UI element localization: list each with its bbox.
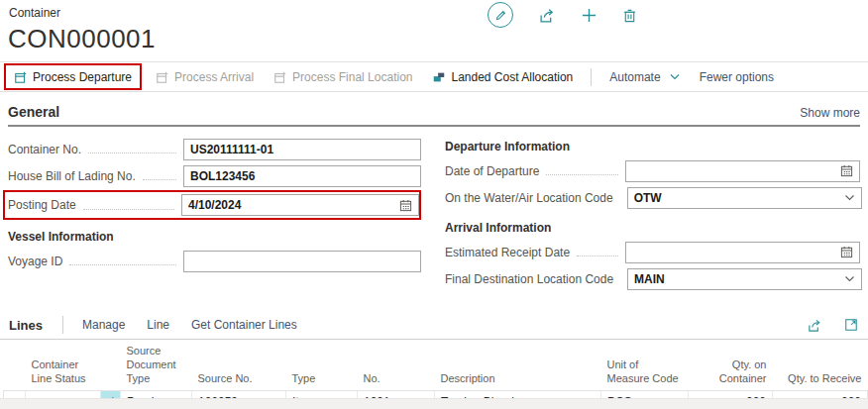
calendar-icon[interactable] bbox=[399, 199, 412, 212]
layers-icon bbox=[432, 70, 446, 84]
focus-mode-button[interactable] bbox=[844, 318, 858, 333]
share-icon bbox=[808, 318, 822, 333]
general-section-rule bbox=[8, 125, 860, 127]
automate-menu[interactable]: Automate bbox=[599, 62, 689, 91]
show-more-link[interactable]: Show more bbox=[800, 106, 860, 120]
col-row-indicator bbox=[4, 342, 26, 391]
share-button[interactable] bbox=[539, 7, 556, 24]
process-departure-icon bbox=[14, 70, 28, 84]
col-source-document-type[interactable]: Source Document Type bbox=[121, 342, 192, 391]
posting-date-field-row: Posting Date 4/10/2024 bbox=[8, 193, 419, 217]
trash-icon bbox=[622, 8, 637, 23]
edit-button[interactable] bbox=[488, 2, 513, 28]
final-destination-code-label: Final Destination Location Code bbox=[445, 272, 613, 286]
chevron-down-icon bbox=[670, 73, 680, 80]
chevron-down-icon[interactable] bbox=[844, 194, 855, 201]
lines-menu-get-container-lines[interactable]: Get Container Lines bbox=[180, 318, 308, 332]
breadcrumb[interactable]: Container bbox=[0, 0, 868, 20]
page-title: CON000001 bbox=[0, 20, 868, 54]
estimated-receipt-date-label: Estimated Receipt Date bbox=[445, 246, 570, 259]
dotted-leader bbox=[88, 153, 176, 153]
otw-location-code-field-row: On the Water/Air Location Code OTW bbox=[445, 184, 860, 211]
share-icon bbox=[539, 7, 556, 24]
otw-location-code-select[interactable]: OTW bbox=[627, 187, 862, 209]
arrival-information-title: Arrival Information bbox=[445, 219, 860, 236]
action-bar: Process Departure Process Arrival Proces… bbox=[0, 61, 868, 92]
highlight-box-process-departure: Process Departure bbox=[4, 63, 142, 90]
col-uom[interactable]: Unit of Measure Code bbox=[601, 342, 689, 391]
calendar-icon[interactable] bbox=[840, 164, 853, 177]
general-section: General Show more Container No. US201111… bbox=[0, 104, 868, 292]
otw-location-code-label: On the Water/Air Location Code bbox=[445, 191, 613, 205]
col-type[interactable]: Type bbox=[286, 342, 358, 391]
house-bol-label: House Bill of Lading No. bbox=[8, 169, 136, 183]
dotted-leader bbox=[577, 256, 618, 256]
pencil-icon bbox=[494, 9, 507, 22]
general-section-title[interactable]: General bbox=[8, 104, 59, 120]
landed-cost-allocation-button[interactable]: Landed Cost Allocation bbox=[422, 62, 583, 91]
voyage-id-input[interactable] bbox=[183, 251, 421, 272]
container-card-page: Container CON000001 Process Departure Pr… bbox=[0, 0, 868, 409]
open-in-window-icon bbox=[844, 318, 858, 332]
dotted-leader bbox=[83, 209, 174, 210]
col-no[interactable]: No. bbox=[358, 342, 435, 391]
final-destination-code-select[interactable]: MAIN bbox=[627, 268, 862, 290]
lines-menu-manage[interactable]: Manage bbox=[71, 318, 136, 332]
col-qty-to-receive[interactable]: Qty. to Receive bbox=[773, 342, 868, 391]
col-qty-on-container[interactable]: Qty. on Container bbox=[689, 342, 773, 391]
col-description[interactable]: Description bbox=[435, 342, 601, 391]
final-destination-code-field-row: Final Destination Location Code MAIN bbox=[445, 265, 860, 292]
lines-toolbar-icons bbox=[808, 318, 858, 333]
departure-information-title: Departure Information bbox=[445, 138, 860, 154]
lines-section-title[interactable]: Lines bbox=[9, 318, 43, 333]
process-final-location-icon bbox=[273, 70, 287, 84]
house-bol-field-row: House Bill of Lading No. BOL123456 bbox=[8, 162, 421, 189]
col-status[interactable]: Container Line Status bbox=[26, 342, 101, 391]
posting-date-label: Posting Date bbox=[8, 198, 76, 212]
dotted-leader bbox=[143, 179, 176, 180]
house-bol-input[interactable]: BOL123456 bbox=[183, 165, 421, 187]
calendar-icon[interactable] bbox=[840, 246, 853, 258]
container-no-field-row: Container No. US20111111-01 bbox=[8, 136, 421, 162]
delete-button[interactable] bbox=[622, 8, 637, 23]
posting-date-input[interactable]: 4/10/2024 bbox=[181, 194, 419, 216]
process-arrival-icon bbox=[156, 70, 169, 84]
page-bottom-strip bbox=[0, 398, 868, 409]
dotted-leader bbox=[546, 174, 618, 175]
general-right-column: Departure Information Date of Departure … bbox=[445, 136, 860, 292]
action-bar-separator bbox=[591, 68, 592, 86]
plus-icon bbox=[582, 8, 597, 23]
new-button[interactable] bbox=[582, 8, 597, 23]
container-no-input[interactable]: US20111111-01 bbox=[183, 139, 421, 160]
col-row-menu bbox=[101, 342, 121, 391]
date-of-departure-label: Date of Departure bbox=[445, 164, 539, 178]
voyage-id-label: Voyage ID bbox=[8, 255, 62, 268]
container-no-label: Container No. bbox=[8, 143, 81, 156]
process-final-location-button[interactable]: Process Final Location bbox=[264, 62, 422, 91]
share-button[interactable] bbox=[808, 318, 822, 333]
fewer-options-button[interactable]: Fewer options bbox=[690, 62, 784, 91]
process-arrival-button[interactable]: Process Arrival bbox=[146, 62, 264, 91]
lines-toolbar: Lines Manage Line Get Container Lines bbox=[0, 311, 868, 340]
lines-menu-line[interactable]: Line bbox=[136, 318, 180, 332]
table-header-row: Container Line Status Source Document Ty… bbox=[4, 342, 868, 391]
dotted-leader bbox=[69, 264, 176, 265]
estimated-receipt-date-input[interactable] bbox=[625, 242, 860, 263]
date-of-departure-field-row: Date of Departure bbox=[445, 157, 860, 184]
general-left-column: Container No. US20111111-01 House Bill o… bbox=[8, 136, 421, 292]
date-of-departure-input[interactable] bbox=[625, 160, 860, 182]
estimated-receipt-date-field-row: Estimated Receipt Date bbox=[445, 239, 860, 265]
col-source-no[interactable]: Source No. bbox=[192, 342, 286, 391]
chevron-down-icon[interactable] bbox=[844, 275, 855, 282]
process-departure-button[interactable]: Process Departure bbox=[6, 65, 140, 88]
lines-toolbar-separator bbox=[62, 316, 63, 334]
system-actions bbox=[488, 2, 637, 28]
voyage-id-field-row: Voyage ID bbox=[8, 248, 421, 274]
highlight-box-posting-date: Posting Date 4/10/2024 bbox=[3, 190, 421, 220]
vessel-information-title: Vessel Information bbox=[8, 228, 421, 245]
